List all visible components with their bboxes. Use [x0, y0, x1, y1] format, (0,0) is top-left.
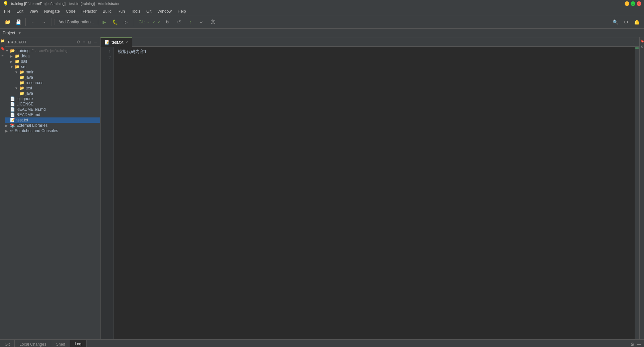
tree-item-src[interactable]: ▼ 📂 src [5, 64, 100, 69]
bottom-tab-log[interactable]: Log [70, 340, 87, 347]
idea-folder-icon: 📁 [15, 54, 20, 58]
editor-tab-testtxt[interactable]: 📝 test.txt ✕ [101, 37, 132, 47]
right-panel-maven-icon[interactable]: M [639, 44, 644, 49]
notification-button[interactable]: 🔔 [632, 17, 641, 27]
window-controls: ─ □ ✕ [625, 1, 641, 6]
git-refresh-button[interactable]: ↻ [163, 17, 172, 27]
git-ok-button[interactable]: ✓ [197, 17, 206, 27]
debug-button[interactable]: 🐛 [110, 17, 120, 27]
project-dropdown-icon[interactable]: ▼ [18, 31, 21, 35]
tree-item-sail[interactable]: ▶ 📁 sail [5, 59, 100, 64]
idea-label: .idea [21, 54, 30, 58]
bookmarks-icon[interactable]: 🔖 [0, 46, 6, 51]
editor-scrollbar[interactable] [635, 47, 639, 339]
tree-item-main[interactable]: ▼ 📂 main [5, 69, 100, 75]
menu-help[interactable]: Help [175, 8, 189, 14]
tree-item-java-2[interactable]: 📁 java [5, 91, 100, 96]
extlibs-icon: 📚 [10, 123, 15, 128]
root-folder-icon: 📂 [10, 48, 15, 53]
run-config-button[interactable]: Add Configuration... [54, 19, 98, 25]
bottom-settings-btn[interactable]: ⚙ [630, 341, 635, 347]
tree-item-test[interactable]: ▼ 📂 test [5, 85, 100, 91]
toolbar-project-icon[interactable]: 📁 [3, 17, 12, 27]
toolbar-separator-2 [51, 18, 51, 26]
editor-area: 📝 test.txt ✕ ⋮ 1 2 模拟代码内容1 [101, 37, 639, 339]
scrollbar-thumb [635, 47, 639, 49]
main-arrow: ▼ [15, 70, 19, 74]
menu-view[interactable]: View [27, 8, 41, 14]
tree-item-testtxt[interactable]: 📝 test.txt [5, 117, 100, 123]
project-label: Project ▼ [0, 29, 644, 37]
menu-navigate[interactable]: Navigate [41, 8, 62, 14]
root-label: training [16, 48, 29, 53]
structure-icon[interactable]: ≡ [1, 53, 4, 59]
sidebar-collapse-btn[interactable]: ⊟ [87, 39, 92, 45]
menu-build[interactable]: Build [100, 8, 114, 14]
bottom-minimize-btn[interactable]: ─ [637, 341, 641, 347]
sidebar-close-btn[interactable]: ─ [93, 39, 98, 45]
maximize-button[interactable]: □ [631, 1, 635, 6]
code-line-1: 模拟代码内容1 [118, 49, 631, 55]
tab-close-btn[interactable]: ✕ [125, 40, 128, 44]
menu-git[interactable]: Git [144, 8, 154, 14]
toolbar-save-button[interactable]: 💾 [13, 17, 23, 27]
menu-tools[interactable]: Tools [128, 8, 143, 14]
java-label-1: java [26, 75, 33, 80]
search-everywhere-button[interactable]: 🔍 [611, 17, 620, 27]
menu-run[interactable]: Run [115, 8, 128, 14]
right-panel-bookmark-icon[interactable]: 🔖 [639, 37, 644, 44]
editor-text[interactable]: 模拟代码内容1 [114, 47, 635, 339]
sail-arrow: ▶ [10, 60, 15, 63]
tree-item-readme[interactable]: 📄 README.md [5, 112, 100, 117]
toolbar-back-button[interactable]: ← [28, 17, 38, 27]
tree-item-scratches[interactable]: ▶ ✏ Scratches and Consoles [5, 128, 100, 133]
tree-item-java-1[interactable]: 📁 java [5, 75, 100, 80]
left-activity-strip: 📁 🔖 ≡ [0, 37, 5, 339]
git-push-button[interactable]: ↑ [186, 17, 195, 27]
tree-item-readme-en[interactable]: 📄 README.en.md [5, 107, 100, 112]
toolbar-forward-button[interactable]: → [39, 17, 48, 27]
minimize-button[interactable]: ─ [625, 1, 629, 6]
src-folder-icon: 📂 [15, 64, 20, 69]
line-number-2: 2 [101, 55, 111, 61]
editor-more-btn[interactable]: ⋮ [631, 39, 637, 45]
idea-arrow: ▶ [10, 54, 15, 58]
readme-icon: 📄 [10, 112, 15, 117]
root-arrow: ▼ [5, 49, 10, 53]
run-button[interactable]: ▶ [100, 17, 109, 27]
git-translate-button[interactable]: 文 [208, 17, 218, 27]
readme-label: README.md [16, 112, 40, 117]
settings-button[interactable]: ⚙ [621, 17, 631, 27]
tree-item-ext-libs[interactable]: ▶ 📚 External Libraries [5, 123, 100, 128]
menu-code[interactable]: Code [63, 8, 78, 14]
readme-en-icon: 📄 [10, 107, 15, 112]
gitignore-icon: 📄 [10, 96, 15, 101]
git-check3: ✓ [158, 20, 161, 24]
git-undo-button[interactable]: ↺ [174, 17, 184, 27]
tree-item-idea[interactable]: ▶ 📁 .idea [5, 53, 100, 59]
bottom-tab-shelf[interactable]: Shelf [51, 340, 70, 347]
close-button[interactable]: ✕ [637, 1, 641, 6]
coverage-button[interactable]: ▷ [121, 17, 130, 27]
bottom-tab-local-changes[interactable]: Local Changes [15, 340, 51, 347]
tree-root[interactable]: ▼ 📂 training E:\Learn\Project\training [5, 48, 100, 53]
menu-edit[interactable]: Edit [14, 8, 26, 14]
sidebar-settings-btn[interactable]: ⚙ [76, 39, 81, 45]
title-bar: 💡 training [E:\Learn\Project\training] -… [0, 0, 644, 7]
editor-gutter: 1 2 [101, 47, 114, 339]
tree-item-license[interactable]: 📄 LICENSE [5, 101, 100, 107]
menu-file[interactable]: File [1, 8, 13, 14]
sidebar-sort-btn[interactable]: ≡ [82, 39, 86, 45]
tree-item-gitignore[interactable]: 📄 .gitignore [5, 96, 100, 101]
sidebar-header: Project ⚙ ≡ ⊟ ─ [5, 37, 100, 47]
git-label: Git: [139, 20, 145, 24]
project-icon[interactable]: 📁 [0, 38, 6, 44]
app-icon: 💡 [3, 1, 8, 6]
menu-refactor[interactable]: Refactor [79, 8, 99, 14]
title-bar-left: 💡 training [E:\Learn\Project\training] -… [3, 1, 120, 6]
menu-window[interactable]: Window [155, 8, 174, 14]
tree-item-resources[interactable]: 📁 resources [5, 80, 100, 85]
readme-en-label: README.en.md [16, 107, 46, 112]
bottom-tab-git[interactable]: Git [0, 340, 15, 347]
test-arrow: ▼ [15, 86, 19, 90]
